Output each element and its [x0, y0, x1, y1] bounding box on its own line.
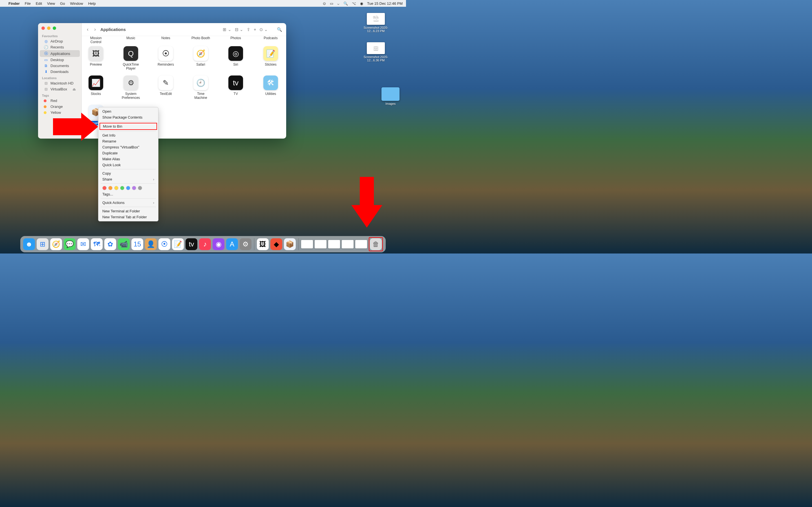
back-button[interactable]: ‹ [86, 26, 90, 33]
control-center-icon[interactable]: ⌥ [352, 1, 356, 6]
menu-view[interactable]: View [47, 1, 55, 6]
app-stocks[interactable]: 📈 Stocks [86, 75, 106, 100]
ctx-new-terminal-tab[interactable]: New Terminal Tab at Folder [98, 214, 158, 220]
menu-go[interactable]: Go [60, 1, 65, 6]
app-label[interactable]: Photo Booth [191, 36, 211, 41]
ctx-duplicate[interactable]: Duplicate [98, 150, 158, 156]
ctx-quick-actions[interactable]: Quick Actions› [98, 200, 158, 206]
tag-color-dot[interactable] [138, 186, 142, 190]
desktop-screenshot-1[interactable]: 🏝Screenshot 2020-12...6.23 PM [363, 13, 389, 33]
dock-facetime[interactable]: 📹 [118, 238, 130, 250]
dock-maps[interactable]: 🗺 [91, 238, 103, 250]
dock-reminders[interactable]: ⦿ [158, 238, 170, 250]
dock-minimized-window[interactable] [315, 240, 326, 248]
menu-edit[interactable]: Edit [36, 1, 42, 6]
play-icon[interactable]: ⊙ [323, 1, 326, 6]
tag-color-dot[interactable] [132, 186, 136, 190]
dock-photos[interactable]: ✿ [104, 238, 116, 250]
sidebar-item-desktop[interactable]: ▭Desktop [40, 57, 80, 63]
dock-launchpad[interactable]: ⊞ [37, 238, 49, 250]
search-icon[interactable]: 🔍 [277, 27, 282, 32]
app-label[interactable]: Podcasts [260, 36, 281, 41]
ctx-make-alias[interactable]: Make Alias [98, 156, 158, 162]
app-reminders[interactable]: ⦿ Reminders [156, 46, 176, 70]
tag-color-dot[interactable] [120, 186, 124, 190]
ctx-quick-look[interactable]: Quick Look [98, 162, 158, 168]
ctx-open[interactable]: Open [98, 108, 158, 114]
share-icon[interactable]: ⇪ [247, 27, 250, 32]
sidebar-tag-orange[interactable]: Orange [40, 104, 80, 110]
sidebar-item-applications[interactable]: ⒶApplications [40, 50, 80, 57]
app-menu[interactable]: Finder [8, 1, 20, 6]
forward-button[interactable]: › [93, 26, 97, 33]
dock-notes[interactable]: 📝 [172, 238, 184, 250]
sidebar-item-recents[interactable]: 🕘Recents [40, 44, 80, 50]
sidebar-item-documents[interactable]: 🗎Documents [40, 63, 80, 69]
close-button[interactable] [42, 26, 45, 30]
tag-color-dot[interactable] [102, 186, 107, 190]
desktop-screenshot-2[interactable]: ⊞Screenshot 2020-12...6.36 PM [363, 42, 389, 62]
group-icon[interactable]: ⊟ ⌄ [235, 27, 243, 32]
app-textedit[interactable]: ✎ TextEdit [156, 75, 176, 100]
dock-contacts[interactable]: 👤 [145, 238, 157, 250]
dock-finder[interactable]: ☻ [23, 238, 35, 250]
dock-minimized-window[interactable] [342, 240, 354, 248]
dock-podcasts[interactable]: ◉ [213, 238, 224, 250]
sidebar-item-downloads[interactable]: ⬇Downloads [40, 69, 80, 75]
dock-calendar[interactable]: 15 [132, 238, 143, 250]
dock-minimized-window[interactable] [328, 240, 340, 248]
ctx-move-to-bin[interactable]: Move to Bin [100, 123, 157, 130]
tag-color-dot[interactable] [126, 186, 130, 190]
sidebar-item-macintosh-hd[interactable]: ⊟Macintosh HD [40, 80, 80, 86]
app-label[interactable]: Music [121, 36, 141, 41]
app-label[interactable]: Notes [156, 36, 176, 41]
ctx-share[interactable]: Share› [98, 176, 158, 182]
action-icon[interactable]: ⊙ ⌄ [259, 27, 268, 32]
spotlight-icon[interactable]: 🔍 [343, 1, 348, 6]
dock-swift[interactable]: ◆ [270, 238, 282, 250]
view-icon[interactable]: ⊞ ⌄ [223, 27, 231, 32]
ctx-copy[interactable]: Copy [98, 170, 158, 176]
dock-system-preferences[interactable]: ⚙ [240, 238, 252, 250]
dock-minimized-window[interactable] [355, 240, 367, 248]
ctx-get-info[interactable]: Get Info [98, 132, 158, 138]
tag-color-dot[interactable] [108, 186, 112, 190]
sidebar-item-airdrop[interactable]: ◎AirDrop [40, 38, 80, 44]
sidebar-item-virtualbox[interactable]: ⊟VirtualBox⏏ [40, 86, 80, 92]
ctx-compress[interactable]: Compress "VirtualBox" [98, 144, 158, 150]
dock-preview-doc[interactable]: 🖼 [257, 238, 269, 250]
ctx-show-package-contents[interactable]: Show Package Contents [98, 114, 158, 120]
ctx-new-terminal[interactable]: New Terminal at Folder [98, 208, 158, 214]
minimize-button[interactable] [47, 26, 50, 30]
app-label[interactable]: Mission Control [86, 36, 106, 41]
app-system-preferences[interactable]: ⚙ System Preferences [121, 75, 141, 100]
tag-color-dot[interactable] [114, 186, 118, 190]
sidebar-tag-red[interactable]: Red [40, 98, 80, 104]
dock-trash[interactable]: 🗑 [370, 238, 382, 250]
ctx-tags[interactable]: Tags... [98, 191, 158, 197]
dock-tv[interactable]: tv [186, 238, 197, 250]
menu-help[interactable]: Help [88, 1, 96, 6]
app-tv[interactable]: tv TV [225, 75, 246, 100]
tag-icon[interactable]: ⌖ [254, 27, 256, 32]
wifi-icon[interactable]: ⌵ [337, 1, 340, 6]
eject-icon[interactable]: ⏏ [72, 87, 76, 91]
menu-window[interactable]: Window [70, 1, 83, 6]
dock-virtualbox[interactable]: 📦 [284, 238, 296, 250]
clock[interactable]: Tue 15 Dec 12:46 PM [367, 1, 403, 6]
app-time-machine[interactable]: 🕘 Time Machine [191, 75, 211, 100]
siri-icon[interactable]: ◉ [360, 1, 363, 6]
app-utilities[interactable]: 🛠 Utilities [260, 75, 281, 100]
app-siri[interactable]: ◎ Siri [225, 46, 246, 70]
app-safari[interactable]: 🧭 Safari [191, 46, 211, 70]
dock-app-store[interactable]: A [226, 238, 238, 250]
dock-minimized-window[interactable] [301, 240, 313, 248]
menu-file[interactable]: File [25, 1, 31, 6]
app-label[interactable]: Photos [225, 36, 246, 41]
desktop-folder-images[interactable]: Images [378, 87, 403, 105]
app-quicktime-player[interactable]: Q QuickTime Player [121, 46, 141, 70]
dock-music[interactable]: ♪ [199, 238, 211, 250]
battery-icon[interactable]: ▭ [330, 1, 333, 6]
dock-messages[interactable]: 💬 [64, 238, 75, 250]
dock-safari[interactable]: 🧭 [50, 238, 62, 250]
